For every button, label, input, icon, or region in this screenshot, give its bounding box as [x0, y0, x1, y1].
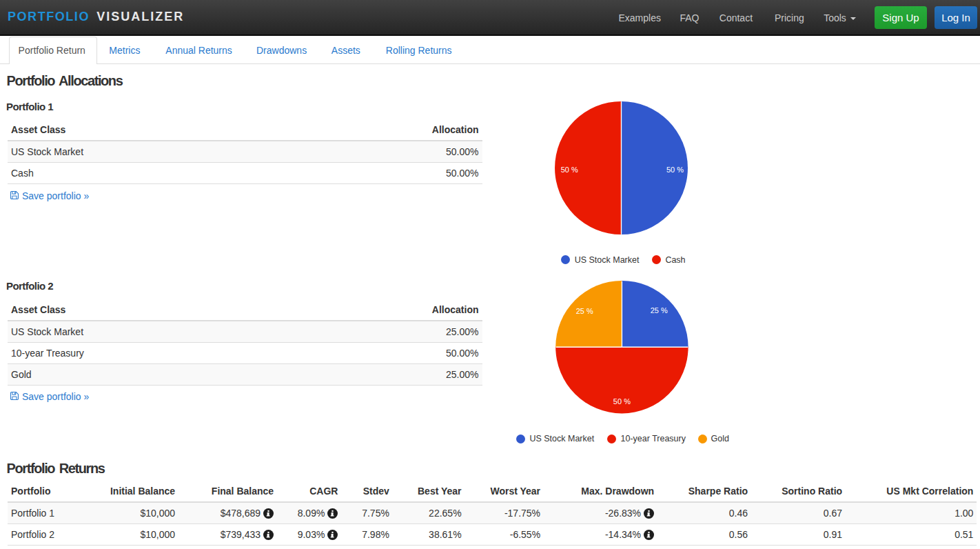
svg-text:50 %: 50 % [613, 397, 631, 406]
svg-text:25 %: 25 % [576, 307, 593, 315]
svg-text:50 %: 50 % [560, 166, 578, 174]
svg-text:25 %: 25 % [651, 306, 668, 315]
svg-text:50 %: 50 % [666, 166, 683, 174]
